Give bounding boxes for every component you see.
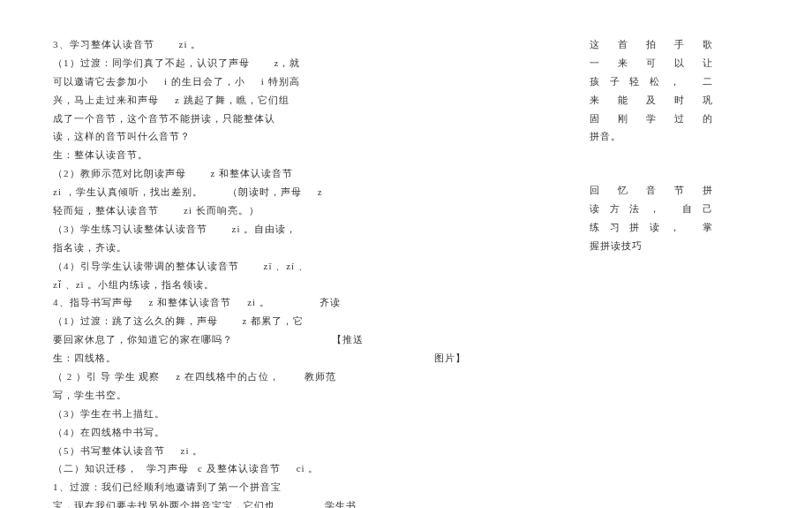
annotation-line: 固 刚 学 过 的 <box>590 110 713 128</box>
text-line: （二）知识迁移，学习声母c 及整体认读音节ci 。 <box>53 459 466 478</box>
text-line: 轻而短，整体认读音节zi 长而响亮。） <box>53 201 466 220</box>
text-line: （3）学生在书上描红。 <box>53 405 466 423</box>
text-line: （1）过渡：跳了这么久的舞，声母z 都累了，它 <box>53 312 466 330</box>
annotation-line: 握拼读技巧 <box>590 237 713 255</box>
text-line: 宝，现在我们要去找另外两个拼音宝宝，它们也学生书 <box>53 497 466 508</box>
text-line: 生：四线格。图片】 <box>53 349 466 368</box>
document-page: 3、学习整体认读音节zi 。 （1）过渡：同学们真了不起，认识了声母z，就 可以… <box>53 35 759 508</box>
text-line: （4）引导学生认读带调的整体认读音节zī 、zí 、 <box>53 257 466 276</box>
text-line: zǐ 、zì 。小组内练读，指名领读。 <box>53 276 466 294</box>
text-line: （ 2 ）引 导 学生 观察z 在四线格中的占位，教师范 <box>53 368 466 386</box>
annotation-line: 孩子轻松， 二 <box>590 72 713 91</box>
mid-note: 【推送 <box>332 334 364 345</box>
left-column: 3、学习整体认读音节zi 。 （1）过渡：同学们真了不起，认识了声母z，就 可以… <box>53 35 466 508</box>
annotation-line: 回 忆 音 节 拼 <box>590 181 713 200</box>
spacer <box>590 146 713 181</box>
right-column: 这 首 拍 手 歌 一 来 可 以 让 孩子轻松， 二 来 能 及 时 巩 固 … <box>590 35 713 508</box>
annotation-line: 读方法， 自己 <box>590 200 713 218</box>
annotation-line: 来 能 及 时 巩 <box>590 91 713 110</box>
text-line: 指名读，齐读。 <box>53 239 466 257</box>
text-line: 3、学习整体认读音节zi 。 <box>53 35 466 54</box>
annotation-line: 练习拼读， 掌 <box>590 218 713 237</box>
mid-note: 齐读 <box>320 297 341 307</box>
annotation-line: 一 来 可 以 让 <box>590 54 713 72</box>
text-line: 可以邀请它去参加小i 的生日会了，小i 特别高 <box>53 72 466 91</box>
text-line: （2）教师示范对比朗读声母z 和整体认读音节 <box>53 164 466 183</box>
text-line: 1、过渡：我们已经顺利地邀请到了第一个拼音宝 <box>53 478 466 497</box>
text-line: （3）学生练习认读整体认读音节zi 。自由读， <box>53 220 466 239</box>
text-line: 成了一个音节，这个音节不能拼读，只能整体认 <box>53 110 466 128</box>
text-line: 写，学生书空。 <box>53 386 466 405</box>
text-line: （5）书写整体认读音节zi 。 <box>53 442 466 460</box>
text-line: 读，这样的音节叫什么音节？ <box>53 127 466 146</box>
text-line: 兴，马上走过来和声母z 跳起了舞，瞧，它们组 <box>53 91 466 110</box>
mid-column <box>492 35 563 508</box>
annotation-line: 这 首 拍 手 歌 <box>590 35 713 54</box>
text-line: 4、指导书写声母z 和整体认读音节zi 。齐读 <box>53 293 466 312</box>
mid-note: 学生书 <box>325 500 357 508</box>
mid-note: 教师范 <box>304 371 336 382</box>
text-line: （1）过渡：同学们真了不起，认识了声母z，就 <box>53 54 466 72</box>
text-line: 要回家休息了，你知道它的家在哪吗？【推送 <box>53 330 466 349</box>
text-line: 生：整体认读音节。 <box>53 146 466 164</box>
text-line: （4）在四线格中书写。 <box>53 423 466 442</box>
text-line: zi ，学生认真倾听，找出差别。（朗读时，声母z <box>53 183 466 201</box>
mid-note: 图片】 <box>434 353 466 363</box>
annotation-line: 拼音。 <box>590 127 713 146</box>
